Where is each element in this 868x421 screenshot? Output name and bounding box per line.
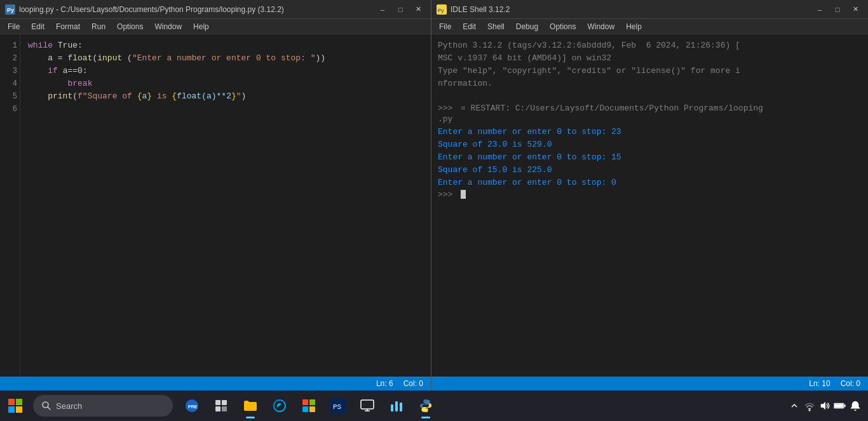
idle-icon: Py — [437, 4, 447, 15]
shell-close-button[interactable]: ✕ — [848, 4, 863, 15]
python-taskbar-button[interactable] — [412, 392, 440, 420]
menu-format[interactable]: Format — [51, 21, 85, 32]
menu-help[interactable]: Help — [188, 21, 214, 32]
shell-output2: Square of 15.0 is 225.0 — [438, 164, 862, 177]
shell-maximize-button[interactable]: □ — [830, 4, 845, 15]
svg-rect-6 — [8, 406, 15, 413]
shell-menu-shell[interactable]: Shell — [482, 21, 510, 32]
svg-rect-7 — [16, 406, 22, 413]
shell-blank1 — [438, 91, 862, 104]
network-icon[interactable] — [803, 399, 816, 412]
menu-edit[interactable]: Edit — [26, 21, 50, 32]
svg-text:Py: Py — [7, 7, 14, 13]
editor-status-bar: Ln: 6 Col: 0 — [0, 377, 431, 391]
copilot-button[interactable]: PRE — [178, 392, 206, 420]
menu-options[interactable]: Options — [112, 21, 148, 32]
shell-title: IDLE Shell 3.12.2 — [451, 5, 808, 14]
shell-cursor — [461, 190, 466, 199]
svg-rect-18 — [302, 406, 308, 412]
shell-menu-file[interactable]: File — [434, 21, 456, 32]
search-icon — [42, 401, 51, 410]
svg-rect-22 — [361, 400, 374, 409]
taskbar-search[interactable]: Search — [33, 395, 173, 417]
editor-minimize-button[interactable]: – — [375, 4, 390, 15]
line-numbers: 1 2 3 4 5 6 — [0, 34, 20, 377]
svg-rect-15 — [222, 406, 227, 411]
editor-window: Py looping.py - C:/Users/Laysoft/Documen… — [0, 0, 431, 391]
shell-titlebar: Py IDLE Shell 3.12.2 – □ ✕ — [431, 0, 868, 19]
code-line-6 — [28, 103, 423, 116]
terminal-button[interactable]: PS — [324, 392, 352, 420]
svg-text:Py: Py — [438, 8, 444, 13]
tray-icons — [788, 399, 862, 412]
shell-header-line4: nformation. — [438, 77, 862, 90]
svg-rect-26 — [395, 401, 398, 411]
battery-icon[interactable] — [834, 399, 846, 412]
shell-menu-help[interactable]: Help — [621, 21, 647, 32]
edge-button[interactable] — [266, 392, 294, 420]
code-line-3: if a==0: — [28, 65, 423, 77]
svg-point-28 — [809, 410, 811, 411]
svg-rect-13 — [222, 400, 227, 405]
shell-menu-options[interactable]: Options — [545, 21, 581, 32]
shell-body[interactable]: Python 3.12.2 (tags/v3.12.2:6abddd9, Feb… — [431, 34, 868, 377]
store-button[interactable] — [295, 392, 323, 420]
editor-maximize-button[interactable]: □ — [393, 4, 408, 15]
svg-rect-14 — [215, 406, 220, 411]
shell-prompt2: Enter a number or enter 0 to stop: 15 — [438, 151, 862, 164]
notification-icon[interactable] — [849, 399, 862, 412]
svg-text:PS: PS — [333, 403, 342, 411]
svg-rect-25 — [391, 404, 393, 411]
start-button[interactable] — [3, 393, 28, 418]
menu-window[interactable]: Window — [149, 21, 187, 32]
editor-titlebar: Py looping.py - C:/Users/Laysoft/Documen… — [0, 0, 431, 19]
python-icon: Py — [5, 4, 15, 15]
editor-menubar: File Edit Format Run Options Window Help — [0, 19, 431, 34]
editor-col: Col: 0 — [403, 379, 423, 388]
svg-rect-12 — [215, 400, 220, 405]
menu-run[interactable]: Run — [86, 21, 111, 32]
code-line-1: while True: — [28, 39, 423, 52]
shell-restart-row: >>> = RESTART: C:/Users/Laysoft/Document… — [438, 104, 862, 113]
shell-col: Col: 0 — [841, 379, 860, 388]
taskbar-apps: PRE — [178, 392, 440, 420]
volume-icon[interactable] — [818, 399, 831, 412]
code-line-2: a = float(input ("Enter a number or ente… — [28, 52, 423, 65]
svg-rect-5 — [16, 399, 22, 405]
code-area[interactable]: while True: a = float(input ("Enter a nu… — [20, 34, 431, 377]
svg-marker-29 — [821, 402, 825, 410]
shell-menu-debug[interactable]: Debug — [511, 21, 543, 32]
editor-ln: Ln: 6 — [376, 379, 393, 388]
svg-rect-32 — [834, 404, 844, 407]
widgets-button[interactable] — [383, 392, 410, 420]
code-line-4: break — [28, 77, 423, 90]
svg-rect-27 — [400, 403, 402, 411]
shell-final-prompt-sym: >>> — [438, 190, 458, 199]
svg-rect-17 — [309, 399, 315, 405]
svg-rect-19 — [309, 406, 315, 412]
shell-restart-text: = RESTART: C:/Users/Laysoft/Documents/Py… — [461, 104, 763, 113]
shell-menubar: File Edit Shell Debug Options Window Hel… — [431, 19, 868, 34]
shell-prompt-sym-restart: >>> — [438, 104, 458, 113]
shell-restart-line2: .py — [438, 113, 862, 126]
shell-final-prompt: >>> — [438, 190, 862, 199]
search-label: Search — [56, 401, 82, 411]
shell-prompt1: Enter a number or enter 0 to stop: 23 — [438, 126, 862, 138]
editor-close-button[interactable]: ✕ — [410, 4, 426, 15]
shell-minimize-button[interactable]: – — [812, 4, 827, 15]
svg-rect-4 — [8, 399, 15, 405]
show-hidden-icons-button[interactable] — [788, 399, 801, 412]
display-button[interactable] — [353, 392, 381, 420]
task-view-button[interactable] — [207, 392, 235, 420]
shell-menu-window[interactable]: Window — [582, 21, 620, 32]
shell-output1: Square of 23.0 is 529.0 — [438, 138, 862, 151]
file-explorer-button[interactable] — [236, 392, 264, 420]
editor-body[interactable]: 1 2 3 4 5 6 while True: a = float(input … — [0, 34, 431, 377]
shell-menu-edit[interactable]: Edit — [458, 21, 481, 32]
svg-line-9 — [48, 407, 50, 410]
shell-prompt3: Enter a number or enter 0 to stop: 0 — [438, 177, 862, 189]
code-line-5: print(f"Square of {a} is {float(a)**2}") — [28, 90, 423, 103]
menu-file[interactable]: File — [3, 21, 25, 32]
shell-header-line3: Type "help", "copyright", "credits" or "… — [438, 65, 862, 77]
editor-title: looping.py - C:/Users/Laysoft/Documents/… — [19, 5, 371, 14]
